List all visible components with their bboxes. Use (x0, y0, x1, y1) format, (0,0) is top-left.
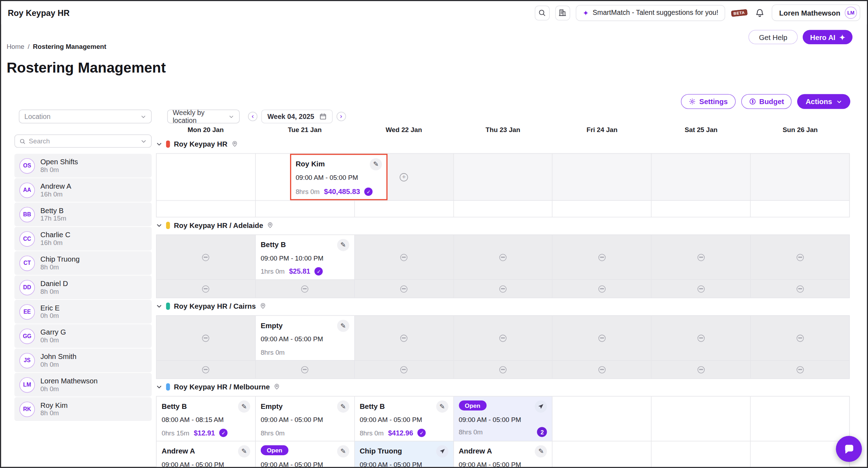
shift-card[interactable]: Andrew A✎09:00 AM - 05:00 PM (157, 441, 255, 468)
employee-name: John Smith (40, 352, 77, 360)
empty-cell[interactable] (454, 201, 552, 217)
hero-ai-button[interactable]: Hero AI ✦ (803, 30, 852, 44)
get-help-button[interactable]: Get Help (749, 30, 798, 44)
employee-search[interactable] (15, 135, 152, 148)
empty-cell[interactable] (751, 201, 849, 217)
shift-card[interactable]: Empty✎09:00 AM - 05:00 PM8hrs 0m (256, 316, 354, 360)
employee-row[interactable]: RKRoy Kim8h 0m (15, 397, 152, 421)
week-picker[interactable]: Week 04, 2025 (261, 109, 333, 123)
shift-cost: $40,485.83 (324, 188, 360, 196)
add-shift-icon[interactable]: + (400, 173, 408, 181)
edit-shift-button[interactable]: ✎ (337, 239, 349, 251)
chevron-down-icon[interactable] (156, 141, 162, 147)
edit-shift-button[interactable]: ✎ (370, 158, 382, 170)
search-input[interactable] (29, 137, 137, 145)
employee-row[interactable]: CTChip Truong8h 0m (15, 251, 152, 275)
empty-cell[interactable] (751, 396, 849, 441)
shift-card[interactable]: Betty B✎08:00 AM - 08:15 AM0hrs 15m$12.9… (157, 396, 255, 441)
employee-info: Eric E0h 0m (40, 304, 60, 320)
organisation-button[interactable] (555, 5, 570, 20)
shift-time: 09:00 AM - 05:00 PM (295, 174, 382, 182)
employee-row[interactable]: AAAndrew A16h 0m (15, 178, 152, 202)
empty-cell[interactable] (553, 154, 651, 200)
empty-cell[interactable] (652, 441, 750, 468)
edit-shift-button[interactable]: ✎ (337, 400, 349, 412)
employee-row[interactable]: LMLoren Mathewson0h 0m (15, 373, 152, 396)
user-menu[interactable]: Loren Mathewson LM (772, 5, 860, 21)
edit-shift-button[interactable]: ✎ (535, 445, 547, 457)
empty-cell[interactable] (355, 201, 453, 217)
empty-cell[interactable] (751, 154, 849, 200)
chevron-down-icon[interactable] (156, 222, 162, 228)
publish-shift-button[interactable] (535, 400, 547, 412)
shift-time: 09:00 AM - 05:00 PM (162, 461, 250, 468)
next-week-button[interactable]: › (336, 112, 346, 121)
chevron-down-icon (141, 114, 146, 119)
empty-cell[interactable] (652, 201, 750, 217)
viewport: Roy Keypay HR ✦ SmartMatch - Talent sugg… (0, 0, 868, 468)
open-shift-card[interactable]: Open✎09:00 AM - 05:00 PM (256, 441, 354, 468)
chat-launcher-button[interactable] (836, 436, 862, 462)
empty-cell[interactable] (751, 441, 849, 468)
employee-row[interactable]: CCCharlie C16h 0m (15, 227, 152, 251)
budget-button[interactable]: Budget (741, 94, 791, 109)
highlighted-shift-card[interactable]: Roy Kim ✎ 09:00 AM - 05:00 PM 8hrs 0m $4… (290, 154, 388, 200)
unavailable-cell (553, 235, 651, 279)
view-mode-select[interactable]: Weekly by location (167, 109, 240, 123)
chevron-down-icon[interactable] (156, 384, 162, 390)
employee-row[interactable]: BBBetty B17h 15m (15, 202, 152, 226)
employee-hours: 17h 15m (40, 215, 66, 222)
no-entry-icon (499, 285, 506, 292)
empty-cell[interactable] (454, 154, 552, 200)
group-header[interactable]: Roy Keypay HR (156, 139, 850, 148)
empty-cell[interactable] (157, 154, 255, 200)
actions-button[interactable]: Actions (797, 94, 850, 109)
employee-row[interactable]: EEEric E0h 0m (15, 300, 152, 324)
edit-shift-button[interactable]: ✎ (337, 445, 349, 457)
shift-hours: 8hrs 0m (360, 429, 384, 437)
shift-card[interactable]: Chip Truong09:00 AM - 05:00 PM (355, 441, 453, 468)
breadcrumb-home-link[interactable]: Home (7, 42, 24, 50)
shift-card[interactable]: Empty✎09:00 AM - 05:00 PM8hrs 0m (256, 396, 354, 441)
employee-row[interactable]: JSJohn Smith0h 0m (15, 348, 152, 372)
empty-cell[interactable] (157, 201, 255, 217)
empty-cell[interactable] (652, 396, 750, 441)
edit-shift-button[interactable]: ✎ (337, 320, 349, 332)
shift-employee-name: Betty B (360, 400, 385, 410)
employee-row[interactable]: GGGarry G0h 0m (15, 324, 152, 348)
no-entry-icon (796, 253, 804, 261)
edit-shift-button[interactable]: ✎ (238, 445, 250, 457)
empty-cell[interactable] (553, 396, 651, 441)
empty-cell[interactable] (256, 201, 354, 217)
group-header[interactable]: Roy Keypay HR / Adelaide (156, 221, 850, 229)
shift-time: 09:00 AM - 05:00 PM (360, 416, 448, 424)
shift-hours: 8hrs 0m (459, 428, 483, 436)
empty-cell[interactable] (652, 154, 750, 200)
previous-week-button[interactable]: ‹ (248, 112, 258, 121)
employee-hours: 8h 0m (40, 263, 80, 271)
location-filter-select[interactable]: Location (19, 109, 152, 123)
group-header[interactable]: Roy Keypay HR / Melbourne (156, 382, 850, 391)
notifications-button[interactable] (753, 5, 767, 20)
employee-hours: 0h 0m (40, 385, 97, 393)
shift-card[interactable]: Betty B✎09:00 AM - 05:00 PM8hrs 0m$412.9… (355, 396, 453, 441)
group-header[interactable]: Roy Keypay HR / Cairns (156, 302, 850, 310)
smartmatch-button[interactable]: ✦ SmartMatch - Talent suggestions for yo… (575, 5, 725, 21)
employee-row[interactable]: OSOpen Shifts8h 0m (15, 154, 152, 177)
beta-feature-button[interactable]: BETA (731, 5, 748, 20)
employee-row[interactable]: DDDaniel D8h 0m (15, 275, 152, 299)
edit-shift-button[interactable]: ✎ (238, 400, 250, 412)
empty-cell[interactable] (553, 201, 651, 217)
approved-icon: ✓ (365, 188, 373, 196)
shift-card[interactable]: Betty B✎09:00 PM - 10:00 PM1hrs 0m$25.81… (256, 235, 354, 279)
settings-button[interactable]: Settings (681, 94, 735, 109)
open-shift-card[interactable]: Open09:00 AM - 05:00 PM8hrs 0m2 (454, 396, 552, 441)
search-button[interactable] (535, 5, 549, 20)
employee-list: OSOpen Shifts8h 0mAAAndrew A16h 0mBBBett… (15, 154, 152, 421)
shift-card[interactable]: Andrew A✎09:00 AM - 05:00 PM (454, 441, 552, 468)
publish-shift-button[interactable] (436, 445, 448, 457)
chevron-down-icon[interactable] (156, 303, 162, 309)
edit-shift-button[interactable]: ✎ (436, 400, 448, 412)
unavailable-cell (652, 235, 750, 279)
empty-cell[interactable] (553, 441, 651, 468)
